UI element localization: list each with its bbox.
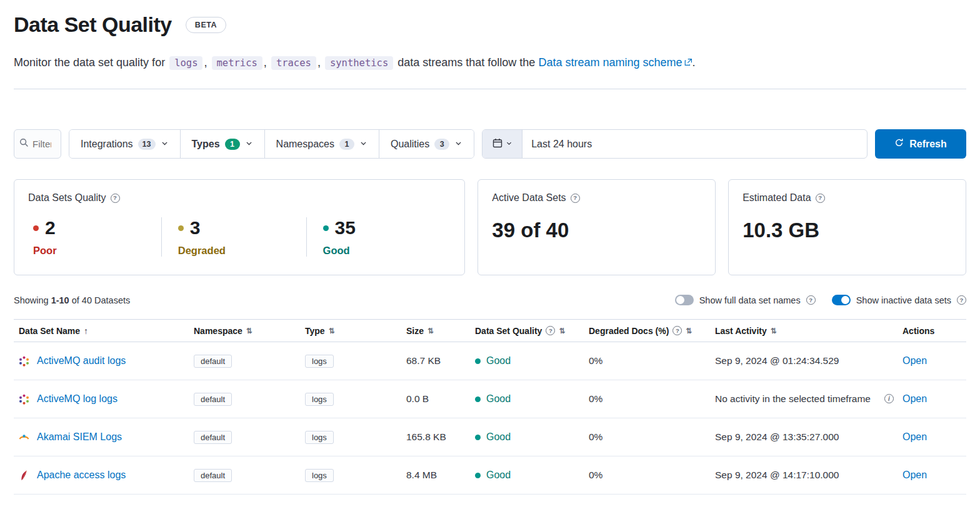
column-header-size[interactable]: Size⇅ bbox=[406, 326, 475, 336]
search-box[interactable] bbox=[14, 129, 61, 159]
good-dot-icon bbox=[475, 358, 481, 364]
degraded-dot-icon bbox=[178, 225, 184, 231]
dataset-link[interactable]: Apache access logs bbox=[37, 470, 126, 481]
degraded-count: 3 bbox=[190, 217, 201, 239]
types-count-badge: 1 bbox=[225, 139, 240, 150]
dataset-link[interactable]: Akamai SIEM Logs bbox=[37, 431, 122, 443]
refresh-label: Refresh bbox=[909, 139, 947, 150]
table-row: ActiveMQ log logs default logs 0.0 B Goo… bbox=[14, 380, 966, 418]
poor-count: 2 bbox=[45, 217, 56, 239]
estimated-data-card: Estimated Data ? 10.3 GB bbox=[728, 179, 966, 275]
refresh-icon bbox=[894, 138, 904, 150]
code-badge-synthetics: synthetics bbox=[325, 56, 393, 70]
chevron-down-icon bbox=[506, 139, 512, 149]
refresh-button[interactable]: Refresh bbox=[875, 129, 966, 159]
column-header-type[interactable]: Type⇅ bbox=[305, 326, 406, 336]
poor-label: Poor bbox=[33, 245, 161, 257]
good-stat: 35 Good bbox=[306, 217, 451, 257]
quality-value: Good bbox=[486, 470, 511, 481]
sort-icon: ⇅ bbox=[329, 327, 335, 335]
column-header-activity[interactable]: Last Activity⇅ bbox=[715, 326, 902, 336]
dataset-link[interactable]: ActiveMQ log logs bbox=[37, 393, 118, 405]
question-circle-icon: ? bbox=[546, 326, 555, 335]
description-text: . bbox=[692, 56, 696, 69]
header-divider bbox=[14, 89, 966, 89]
column-label: Data Set Quality bbox=[475, 326, 542, 336]
show-inactive-toggle[interactable] bbox=[832, 295, 851, 305]
separator: , bbox=[264, 56, 267, 69]
last-activity-value: Sep 9, 2024 @ 01:24:34.529 bbox=[715, 355, 902, 367]
table-row: Apache access logs default logs 8.4 MB G… bbox=[14, 456, 966, 495]
question-circle-icon: ? bbox=[957, 295, 966, 305]
card-title-text: Active Data Sets bbox=[492, 192, 566, 204]
last-activity-value: No activity in the selected timeframe bbox=[715, 391, 871, 406]
page-title: Data Set Quality bbox=[14, 12, 172, 37]
open-action-link[interactable]: Open bbox=[902, 355, 927, 367]
estimated-data-value: 10.3 GB bbox=[742, 219, 952, 242]
filter-integrations-button[interactable]: Integrations 13 bbox=[69, 130, 180, 158]
search-icon bbox=[19, 138, 29, 150]
quality-value: Good bbox=[486, 431, 511, 443]
column-header-quality[interactable]: Data Set Quality?⇅ bbox=[475, 326, 589, 336]
degraded-stat: 3 Degraded bbox=[161, 217, 306, 257]
filter-namespaces-button[interactable]: Namespaces 1 bbox=[264, 130, 379, 158]
column-header-actions: Actions bbox=[902, 326, 966, 336]
open-action-link[interactable]: Open bbox=[902, 393, 927, 405]
card-title: Estimated Data ? bbox=[742, 192, 952, 204]
good-dot-icon bbox=[475, 396, 481, 402]
column-label: Type bbox=[305, 326, 325, 336]
showing-suffix: of 40 Datasets bbox=[72, 295, 131, 305]
link-text: Data stream naming scheme bbox=[538, 56, 682, 69]
size-value: 68.7 KB bbox=[406, 355, 475, 367]
column-label: Namespace bbox=[194, 326, 242, 336]
namespace-badge: default bbox=[194, 355, 232, 368]
table-row: Akamai SIEM Logs default logs 165.8 KB G… bbox=[14, 418, 966, 456]
question-circle-icon: ? bbox=[806, 295, 816, 305]
apache-icon bbox=[19, 470, 29, 481]
column-header-degraded[interactable]: Degraded Docs (%)?⇅ bbox=[589, 326, 715, 336]
degraded-docs-value: 0% bbox=[589, 431, 715, 443]
time-range-display[interactable]: Last 24 hours bbox=[522, 130, 592, 158]
description-text: data streams that follow the bbox=[398, 56, 535, 69]
type-badge: logs bbox=[305, 393, 334, 406]
show-full-names-toggle[interactable] bbox=[675, 295, 694, 305]
activemq-icon bbox=[19, 356, 29, 367]
column-label: Size bbox=[406, 326, 424, 336]
filter-label: Integrations bbox=[81, 139, 133, 150]
page-header: Data Set Quality BETA bbox=[14, 12, 966, 37]
namespace-badge: default bbox=[194, 469, 232, 482]
date-quick-select-button[interactable] bbox=[482, 130, 522, 158]
sort-icon: ⇅ bbox=[428, 327, 434, 335]
good-dot-icon bbox=[475, 435, 481, 440]
question-circle-icon: ? bbox=[672, 326, 682, 335]
namespace-badge: default bbox=[194, 393, 232, 406]
active-datasets-card: Active Data Sets ? 39 of 40 bbox=[478, 179, 716, 275]
filter-label: Qualities bbox=[391, 139, 429, 150]
chevron-down-icon bbox=[454, 139, 462, 150]
sort-icon: ⇅ bbox=[686, 327, 692, 335]
info-circle-icon: i bbox=[884, 394, 894, 403]
table-toggles: Show full data set names ? Show inactive… bbox=[675, 295, 966, 305]
open-action-link[interactable]: Open bbox=[902, 470, 927, 481]
open-action-link[interactable]: Open bbox=[902, 431, 927, 443]
good-dot-icon bbox=[323, 225, 329, 231]
show-full-names-toggle-group: Show full data set names ? bbox=[675, 295, 816, 305]
filter-types-button[interactable]: Types 1 bbox=[180, 130, 264, 158]
last-activity-value: Sep 9, 2024 @ 13:35:27.000 bbox=[715, 431, 902, 443]
type-badge: logs bbox=[305, 355, 334, 368]
page-description: Monitor the data set quality for logs, m… bbox=[14, 53, 720, 72]
column-header-name[interactable]: Data Set Name↑ bbox=[14, 326, 194, 336]
filter-qualities-button[interactable]: Qualities 3 bbox=[379, 130, 474, 158]
search-input[interactable] bbox=[32, 139, 51, 149]
question-circle-icon: ? bbox=[816, 194, 825, 203]
dataset-link[interactable]: ActiveMQ audit logs bbox=[37, 355, 126, 367]
degraded-docs-value: 0% bbox=[589, 355, 715, 367]
question-circle-icon: ? bbox=[571, 194, 580, 203]
show-inactive-toggle-group: Show inactive data sets ? bbox=[832, 295, 966, 305]
column-header-namespace[interactable]: Namespace⇅ bbox=[194, 326, 305, 336]
table-meta-row: Showing 1-10 of 40 Datasets Show full da… bbox=[14, 295, 966, 305]
card-title: Data Sets Quality ? bbox=[28, 192, 451, 204]
chevron-down-icon bbox=[245, 139, 253, 150]
naming-scheme-link[interactable]: Data stream naming scheme bbox=[538, 56, 692, 69]
filter-button-group: Integrations 13 Types 1 Namespaces 1 Qua… bbox=[69, 129, 474, 159]
